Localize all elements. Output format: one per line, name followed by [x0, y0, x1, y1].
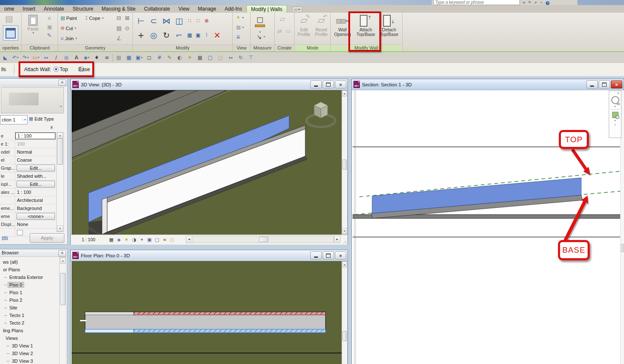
cope-button[interactable]: Cope▾	[85, 15, 103, 21]
browser-3d-view-3[interactable]: 3D View 3	[1, 357, 58, 364]
delete-icon[interactable]: ✕	[211, 29, 224, 41]
minimize-button[interactable]	[586, 80, 598, 88]
join-button[interactable]: Join▾	[61, 36, 77, 41]
close-icon[interactable]: ✕	[617, 91, 620, 95]
render-icon[interactable]: ◐	[175, 53, 184, 62]
create-group-icon[interactable]	[280, 14, 285, 23]
tab-structure[interactable]: Structure	[68, 5, 97, 13]
edit-type-button[interactable]: Edit Type	[29, 116, 54, 121]
properties-button[interactable]	[3, 25, 18, 41]
detach-top-base-button[interactable]: ↓ Detach Top/Base	[378, 14, 400, 37]
scroll-down-icon[interactable]: ▼	[342, 228, 347, 234]
text-icon[interactable]: A	[72, 53, 81, 62]
cut-button[interactable]: Cut▾	[61, 25, 76, 31]
scrollbar-thumb[interactable]	[621, 244, 624, 252]
scrollbar-thumb[interactable]	[57, 138, 63, 165]
paste-button[interactable]: Paste ▾	[25, 14, 41, 35]
switch-windows-icon[interactable]: ▣▾	[135, 53, 144, 62]
show-crop-icon[interactable]: ▢	[154, 236, 160, 243]
create-assembly-icon[interactable]	[286, 28, 291, 34]
browser-entrada-exterior[interactable]: Entrada Exterior	[1, 273, 58, 281]
grids-icon[interactable]: #	[155, 53, 164, 62]
split-icon[interactable]: ∷	[185, 17, 194, 24]
maximize-button[interactable]	[323, 80, 334, 88]
minimize-button[interactable]	[310, 251, 322, 259]
paste-dropdown[interactable]: ▾	[25, 31, 41, 35]
crop-icon[interactable]: ▢	[206, 53, 215, 62]
steering-wheel-icon[interactable]	[611, 96, 619, 104]
aligned-dimension-icon[interactable]: ↔	[41, 53, 50, 62]
maximize-button[interactable]	[323, 251, 334, 259]
array-icon[interactable]: ▦	[185, 32, 194, 39]
temporary-hide-icon[interactable]: ∞	[161, 236, 168, 243]
browser-ceiling-plans[interactable]: ling Plans	[1, 327, 58, 334]
tab-manage[interactable]: Manage	[193, 5, 220, 13]
create-similar-icon[interactable]	[277, 28, 282, 34]
split-face-icon[interactable]	[116, 35, 121, 41]
vertical-scrollbar[interactable]: ▲ ▼	[342, 90, 348, 234]
browser-tecto-2[interactable]: Tecto 2	[1, 319, 58, 327]
offset-icon[interactable]: ⊂	[147, 14, 160, 27]
sign-in-icon[interactable]: ✎	[528, 0, 532, 5]
scrollbar-thumb[interactable]	[342, 160, 347, 170]
edit-profile-button[interactable]: Edit Profile	[295, 14, 312, 37]
reset-profile-button[interactable]: Reset Profile	[313, 14, 330, 37]
scroll-up-icon[interactable]: ▲	[57, 132, 63, 138]
scroll-up-icon[interactable]: ▲	[342, 262, 347, 267]
browser-piso-0[interactable]: Piso 0	[1, 281, 58, 289]
tab-add-ins[interactable]: Add-Ins	[221, 5, 246, 13]
tab-annotate[interactable]: Annotate	[39, 5, 68, 13]
copy-icon[interactable]: ◎	[147, 29, 160, 41]
properties-scrollbar[interactable]: ▲ ▼	[56, 132, 64, 232]
tab-massing-site[interactable]: Massing & Site	[97, 5, 140, 13]
rotate-icon[interactable]: ↻	[160, 29, 173, 41]
close-icon[interactable]: ✕	[58, 250, 66, 256]
search-input[interactable]	[433, 0, 520, 5]
pin-icon[interactable]: ⊺	[202, 32, 211, 39]
browser-piso-1[interactable]: Piso 1	[1, 289, 58, 296]
rotate-icon[interactable]: ↻	[236, 53, 245, 62]
help-link[interactable]: elp	[2, 235, 8, 240]
pin-cancel-icon[interactable]: ⊗	[202, 17, 211, 24]
visual-style-icon[interactable]: ◈	[116, 236, 122, 243]
apply-button[interactable]: Apply	[30, 233, 64, 243]
minimize-button[interactable]	[310, 80, 322, 88]
section-icon[interactable]: ♦	[92, 53, 101, 62]
mirror-axis-icon[interactable]: ◫	[173, 14, 185, 27]
mirror-pick-icon[interactable]: ⋈	[160, 14, 173, 27]
communication-center-icon[interactable]: ↗	[534, 0, 537, 5]
redo-icon[interactable]: ↷▾	[21, 53, 30, 62]
close-button[interactable]: ×	[335, 251, 346, 259]
wall-join-icon[interactable]	[116, 15, 121, 21]
type-properties-icon[interactable]: ▤	[5, 14, 13, 24]
tab-collaborate[interactable]: Collaborate	[140, 5, 174, 13]
tab-insert[interactable]: Insert	[18, 5, 39, 13]
pin-icon[interactable]: ⊤	[246, 53, 255, 62]
scale-label[interactable]: 1 : 100	[82, 237, 95, 242]
horizontal-scrollbar[interactable]	[192, 236, 334, 243]
scale-icon[interactable]: ▣	[194, 32, 202, 39]
browser-3d-view-1[interactable]: 3D View 1	[1, 342, 58, 350]
tab-home[interactable]: ome	[0, 5, 18, 13]
override-graphics-button[interactable]: ▾	[236, 25, 244, 30]
sun-path-icon[interactable]: ☀	[123, 236, 130, 243]
resize-grip[interactable]	[343, 240, 347, 244]
unjoin-icon[interactable]	[116, 25, 121, 31]
browser-3d-views[interactable]: Views	[1, 334, 58, 342]
scroll-up-icon[interactable]: ▲	[60, 258, 66, 264]
close-button[interactable]: ×	[335, 80, 346, 88]
shadows-icon[interactable]: ◑	[131, 236, 138, 243]
sheet-icon[interactable]: ▤	[114, 53, 123, 62]
vertical-scrollbar[interactable]: ▲	[342, 261, 348, 364]
shadows-icon[interactable]: ▩	[196, 53, 204, 62]
browser-3d-view-2[interactable]: 3D View 2	[1, 350, 58, 357]
window-titlebar[interactable]: RVT Section: Section 1 - 3D ×	[352, 79, 624, 90]
browser-tecto-1[interactable]: Tecto 1	[1, 312, 58, 319]
tag-icon[interactable]: ◎	[62, 53, 71, 62]
close-icon[interactable]: ✕	[58, 80, 66, 86]
scrollbar-thumb[interactable]	[259, 237, 268, 242]
hide-icon[interactable]: ◌	[216, 53, 225, 62]
detail-line-icon[interactable]: ∕	[52, 53, 61, 62]
window-titlebar[interactable]: RVT 3D View: {3D} - 3D ×	[71, 79, 348, 90]
maximize-button[interactable]	[599, 80, 610, 88]
